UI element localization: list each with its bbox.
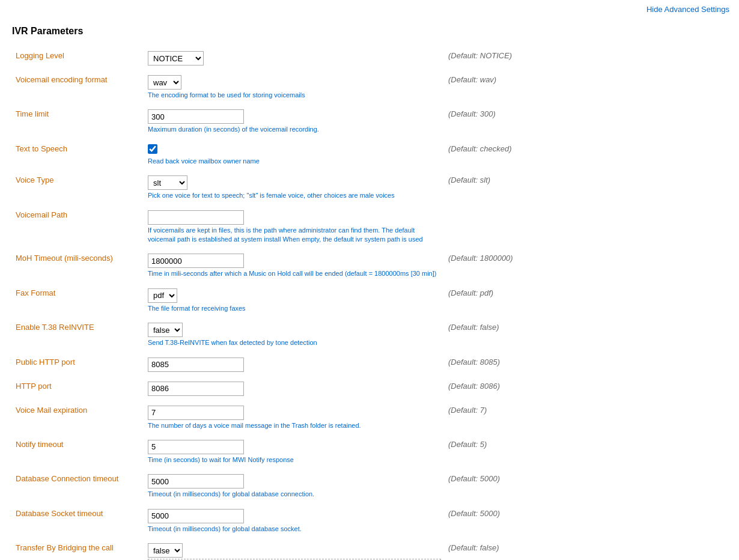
spacer-row: [12, 102, 727, 107]
default-enable_t38: (Default: false): [445, 320, 727, 350]
input-cell-notify_timeout: Time (in seconds) to wait for MWI Notify…: [144, 437, 445, 467]
label-enable_t38: Enable T.38 ReINVITE: [12, 320, 144, 350]
input-cell-transfer_bridging: falsetrueBridge call for transfer throug…: [144, 541, 445, 560]
checkbox-text_to_speech[interactable]: [148, 144, 157, 154]
input-cell-moh_timeout: Time in mili-seconds after which a Music…: [144, 251, 445, 281]
table-row: Notify timeoutTime (in seconds) to wait …: [12, 437, 727, 467]
input-cell-public_http_port: [144, 355, 445, 374]
spacer-row: [12, 398, 727, 403]
label-fax_format: Fax Format: [12, 286, 144, 315]
spacer-row: [12, 281, 727, 286]
default-public_http_port: (Default: 8085): [445, 355, 727, 374]
spacer-row: [12, 315, 727, 320]
table-row: Voicemail encoding formatwavmp3oggThe en…: [12, 73, 727, 102]
table-row: Voice Typesltmale1male2male3Pick one voi…: [12, 173, 727, 202]
hide-advanced-settings-link[interactable]: Hide Advanced Settings: [646, 5, 729, 14]
default-voicemail_encoding: (Default: wav): [445, 73, 727, 102]
label-voicemail_encoding: Voicemail encoding format: [12, 73, 144, 102]
default-http_port: (Default: 8086): [445, 379, 727, 398]
table-row: Voicemail PathIf voicemails are kept in …: [12, 208, 727, 247]
default-time_limit: (Default: 300): [445, 107, 727, 136]
select-voice_type[interactable]: sltmale1male2male3: [148, 175, 187, 190]
label-voicemail_expiration: Voice Mail expiration: [12, 403, 144, 433]
input-db_connection_timeout[interactable]: [148, 474, 244, 488]
input-cell-fax_format: pdftiffThe file format for receiving fax…: [144, 286, 445, 315]
label-transfer_bridging: Transfer By Bridging the call: [12, 541, 144, 560]
page-title: IVR Parameters: [12, 26, 727, 37]
default-notify_timeout: (Default: 5): [445, 437, 727, 467]
input-cell-voice_type: sltmale1male2male3Pick one voice for tex…: [144, 173, 445, 202]
hint-fax_format: The file format for receiving faxes: [148, 304, 441, 313]
input-http_port[interactable]: [148, 382, 244, 396]
table-row: Enable T.38 ReINVITEfalsetrueSend T.38-R…: [12, 320, 727, 350]
input-voicemail_expiration[interactable]: [148, 406, 244, 420]
hint-moh_timeout: Time in mili-seconds after which a Music…: [148, 269, 441, 278]
hint-voicemail_expiration: The number of days a voice mail message …: [148, 421, 441, 430]
default-fax_format: (Default: pdf): [445, 286, 727, 315]
label-db_connection_timeout: Database Connection timeout: [12, 472, 144, 501]
spacer-row: [12, 536, 727, 541]
input-cell-text_to_speech: Read back voice mailbox owner name: [144, 142, 445, 168]
hint-voicemail_path: If voicemails are kept in files, this is…: [148, 226, 441, 245]
default-db_connection_timeout: (Default: 5000): [445, 472, 727, 501]
select-fax_format[interactable]: pdftiff: [148, 288, 177, 303]
select-voicemail_encoding[interactable]: wavmp3ogg: [148, 75, 181, 90]
input-notify_timeout[interactable]: [148, 440, 244, 454]
label-voicemail_path: Voicemail Path: [12, 208, 144, 247]
input-cell-voicemail_encoding: wavmp3oggThe encoding format to be used …: [144, 73, 445, 102]
label-voice_type: Voice Type: [12, 173, 144, 202]
default-logging_level: (Default: NOTICE): [445, 49, 727, 68]
default-moh_timeout: (Default: 1800000): [445, 251, 727, 281]
label-text_to_speech: Text to Speech: [12, 142, 144, 168]
table-row: Time limitMaximum duration (in seconds) …: [12, 107, 727, 136]
table-row: Database Socket timeoutTimeout (in milli…: [12, 507, 727, 536]
input-cell-enable_t38: falsetrueSend T.38-ReINVITE when fax det…: [144, 320, 445, 350]
input-voicemail_path[interactable]: [148, 210, 244, 225]
input-cell-http_port: [144, 379, 445, 398]
label-logging_level: Logging Level: [12, 49, 144, 68]
default-text_to_speech: (Default: checked): [445, 142, 727, 168]
default-voicemail_expiration: (Default: 7): [445, 403, 727, 433]
label-notify_timeout: Notify timeout: [12, 437, 144, 467]
default-voicemail_path: [445, 208, 727, 247]
hint-voicemail_encoding: The encoding format to be used for stori…: [148, 91, 441, 100]
label-http_port: HTTP port: [12, 379, 144, 398]
hint-enable_t38: Send T.38-ReINVITE when fax detected by …: [148, 338, 441, 347]
input-moh_timeout[interactable]: [148, 254, 244, 268]
table-row: Fax FormatpdftiffThe file format for rec…: [12, 286, 727, 315]
table-row: Database Connection timeoutTimeout (in m…: [12, 472, 727, 501]
input-cell-time_limit: Maximum duration (in seconds) of the voi…: [144, 107, 445, 136]
table-row: Voice Mail expirationThe number of days …: [12, 403, 727, 433]
select-logging_level[interactable]: NOTICEDEBUGINFOWARNINGERROR: [148, 51, 204, 65]
input-cell-db_socket_timeout: Timeout (in milliseconds) for global dat…: [144, 507, 445, 536]
label-time_limit: Time limit: [12, 107, 144, 136]
table-row: Logging LevelNOTICEDEBUGINFOWARNINGERROR…: [12, 49, 727, 68]
table-row: HTTP port(Default: 8086): [12, 379, 727, 398]
input-db_socket_timeout[interactable]: [148, 509, 244, 523]
label-public_http_port: Public HTTP port: [12, 355, 144, 374]
table-row: Public HTTP port(Default: 8085): [12, 355, 727, 374]
spacer-row: [12, 137, 727, 142]
input-public_http_port[interactable]: [148, 358, 244, 372]
hint-time_limit: Maximum duration (in seconds) of the voi…: [148, 125, 441, 134]
hint-db_socket_timeout: Timeout (in milliseconds) for global dat…: [148, 525, 441, 534]
settings-table: Logging LevelNOTICEDEBUGINFOWARNINGERROR…: [12, 49, 727, 560]
select-enable_t38[interactable]: falsetrue: [148, 323, 183, 337]
spacer-row: [12, 433, 727, 437]
table-row: Text to SpeechRead back voice mailbox ow…: [12, 142, 727, 168]
spacer-row: [12, 203, 727, 208]
spacer-row: [12, 168, 727, 173]
table-row: Transfer By Bridging the callfalsetrueBr…: [12, 541, 727, 560]
top-bar: Hide Advanced Settings: [0, 0, 739, 16]
hint-notify_timeout: Time (in seconds) to wait for MWI Notify…: [148, 455, 441, 464]
input-time_limit[interactable]: [148, 109, 244, 124]
input-cell-voicemail_expiration: The number of days a voice mail message …: [144, 403, 445, 433]
spacer-row: [12, 502, 727, 507]
spacer-row: [12, 68, 727, 73]
table-row: MoH Timeout (mili-seconds)Time in mili-s…: [12, 251, 727, 281]
select-transfer_bridging[interactable]: falsetrue: [148, 543, 183, 558]
label-db_socket_timeout: Database Socket timeout: [12, 507, 144, 536]
input-cell-voicemail_path: If voicemails are kept in files, this is…: [144, 208, 445, 247]
default-db_socket_timeout: (Default: 5000): [445, 507, 727, 536]
hint-text_to_speech: Read back voice mailbox owner name: [148, 157, 441, 166]
